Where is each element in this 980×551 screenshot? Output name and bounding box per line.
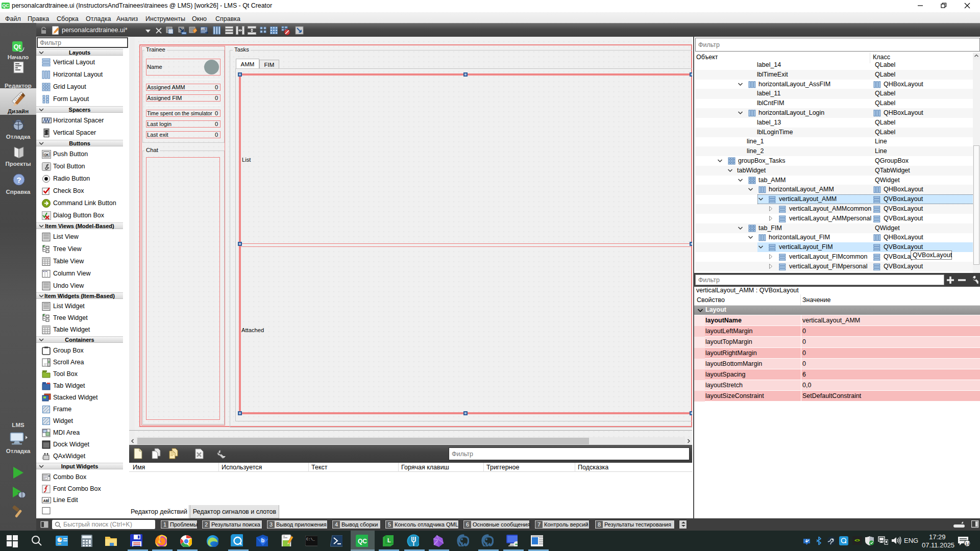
svg-text:L: L — [387, 537, 391, 543]
svg-text:QC: QC — [358, 538, 367, 545]
svg-text:AB: AB — [43, 499, 48, 503]
svg-text:Qt: Qt — [14, 43, 21, 51]
svg-text:?: ? — [17, 176, 21, 184]
svg-text:C:\_: C:\_ — [306, 537, 315, 541]
svg-text:14: 14 — [965, 541, 970, 546]
svg-text:OK: OK — [44, 153, 49, 157]
svg-text:b: b — [261, 537, 265, 543]
svg-text:123: 123 — [202, 28, 206, 31]
